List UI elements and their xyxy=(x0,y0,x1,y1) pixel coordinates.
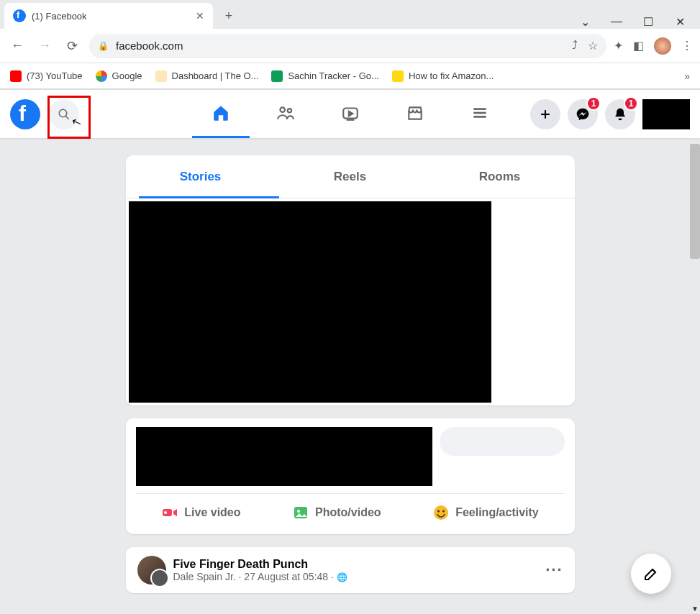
composer-input[interactable] xyxy=(440,427,565,456)
forward-button[interactable]: → xyxy=(35,36,55,56)
bookmarks-bar: (73) YouTube Google Dashboard | The O...… xyxy=(0,63,700,89)
notifications-button[interactable]: 1 xyxy=(605,99,635,129)
composer-avatar-area[interactable] xyxy=(136,427,432,486)
svg-point-12 xyxy=(164,511,167,514)
window-controls: ⌄ — ☐ ✕ xyxy=(578,9,700,29)
feed-post: Five Finger Death Punch Dale Spain Jr. ·… xyxy=(126,547,575,593)
facebook-logo[interactable] xyxy=(10,99,40,129)
smiley-icon xyxy=(432,504,450,521)
messenger-button[interactable]: 1 xyxy=(568,99,598,129)
camera-icon xyxy=(161,504,178,521)
messenger-badge: 1 xyxy=(586,96,601,111)
svg-point-2 xyxy=(280,107,285,112)
svg-point-14 xyxy=(297,510,300,513)
friends-icon xyxy=(276,104,295,122)
story-tabs: Stories Reels Rooms xyxy=(126,155,575,198)
feeling-activity-button[interactable]: Feeling/activity xyxy=(425,498,546,527)
extensions-icon[interactable]: ✦ xyxy=(614,39,623,52)
minimize-icon[interactable]: — xyxy=(609,15,624,29)
youtube-icon xyxy=(10,70,22,82)
lock-icon: 🔒 xyxy=(98,41,109,51)
stories-carousel[interactable] xyxy=(129,201,491,403)
google-icon xyxy=(96,70,107,82)
star-icon[interactable]: ☆ xyxy=(588,39,598,52)
post-menu-button[interactable]: ··· xyxy=(545,561,563,579)
facebook-header: 1 1 xyxy=(0,89,700,138)
new-tab-button[interactable]: + xyxy=(219,6,239,26)
friends-tab[interactable] xyxy=(257,90,314,138)
composer-card: Live video Photo/video Feeling/activity xyxy=(126,418,575,534)
header-right-controls: 1 1 xyxy=(530,99,690,129)
notifications-badge: 1 xyxy=(624,96,638,111)
account-button[interactable] xyxy=(642,99,690,129)
sheets-icon xyxy=(271,70,283,82)
marketplace-tab[interactable] xyxy=(386,90,444,138)
svg-point-15 xyxy=(434,505,448,520)
svg-rect-11 xyxy=(163,509,172,516)
reload-button[interactable]: ⟳ xyxy=(62,36,82,56)
post-meta: Dale Spain Jr. · 27 August at 05:48 · 🌐 xyxy=(173,571,347,582)
bookmark-amazon[interactable]: How to fix Amazon... xyxy=(392,70,494,82)
create-button[interactable] xyxy=(530,99,560,129)
main-nav-tabs xyxy=(192,90,509,138)
bookmarks-overflow-icon[interactable]: » xyxy=(684,70,690,82)
globe-icon: 🌐 xyxy=(337,572,347,582)
post-time: 27 August at 05:48 xyxy=(244,571,328,582)
home-icon xyxy=(212,104,230,122)
browser-toolbar: ← → ⟳ 🔒 facebook.com ⤴ ☆ ✦ ◧ ⋮ xyxy=(0,29,700,63)
svg-point-16 xyxy=(437,510,440,513)
back-button[interactable]: ← xyxy=(7,36,27,56)
post-page-name[interactable]: Five Finger Death Punch xyxy=(173,558,347,571)
bookmark-youtube[interactable]: (73) YouTube xyxy=(10,70,83,82)
amazon-icon xyxy=(392,70,404,82)
chevron-down-icon[interactable]: ⌄ xyxy=(578,15,592,29)
messenger-icon xyxy=(576,107,590,122)
edit-icon xyxy=(642,565,660,582)
bell-icon xyxy=(613,107,627,122)
browser-titlebar: (1) Facebook ✕ + ⌄ — ☐ ✕ xyxy=(0,0,700,29)
marketplace-icon xyxy=(406,104,424,122)
dashboard-icon xyxy=(155,70,167,82)
svg-point-17 xyxy=(442,510,445,513)
scroll-arrow-icon[interactable]: ▼ xyxy=(691,605,699,613)
bookmark-dashboard[interactable]: Dashboard | The O... xyxy=(155,70,259,82)
stories-card: Stories Reels Rooms xyxy=(126,155,575,405)
divider xyxy=(136,493,565,494)
compose-fab[interactable] xyxy=(631,554,671,594)
close-tab-icon[interactable]: ✕ xyxy=(196,10,204,22)
feed-content: Stories Reels Rooms Live video Photo/vid… xyxy=(0,138,700,614)
watch-tab[interactable] xyxy=(322,90,379,138)
address-bar[interactable]: 🔒 facebook.com ⤴ ☆ xyxy=(89,34,606,58)
plus-icon xyxy=(538,107,553,122)
close-window-icon[interactable]: ✕ xyxy=(673,15,687,29)
maximize-icon[interactable]: ☐ xyxy=(641,15,655,29)
menu-tab[interactable] xyxy=(451,90,509,138)
sidepanel-icon[interactable]: ◧ xyxy=(633,39,644,52)
browser-tab[interactable]: (1) Facebook ✕ xyxy=(4,3,213,29)
photo-icon xyxy=(292,504,309,521)
annotation-highlight xyxy=(47,96,91,139)
post-avatar[interactable] xyxy=(137,556,166,585)
post-author[interactable]: Dale Spain Jr. xyxy=(173,571,236,582)
live-video-button[interactable]: Live video xyxy=(154,498,247,527)
share-icon[interactable]: ⤴ xyxy=(572,39,578,52)
profile-avatar[interactable] xyxy=(654,37,671,55)
tab-title: (1) Facebook xyxy=(32,11,190,22)
bookmark-google[interactable]: Google xyxy=(96,70,142,82)
tab-rooms[interactable]: Rooms xyxy=(425,155,575,198)
url-text: facebook.com xyxy=(116,40,565,52)
photo-video-button[interactable]: Photo/video xyxy=(285,498,388,527)
svg-point-3 xyxy=(287,109,291,112)
scrollbar[interactable] xyxy=(690,144,700,259)
facebook-favicon xyxy=(13,9,26,22)
menu-icon[interactable]: ⋮ xyxy=(681,39,693,52)
hamburger-icon xyxy=(471,104,489,122)
bookmark-sheets[interactable]: Sachin Tracker - Go... xyxy=(271,70,378,82)
tab-stories[interactable]: Stories xyxy=(126,155,276,198)
watch-icon xyxy=(341,104,360,122)
home-tab[interactable] xyxy=(192,90,250,138)
tab-reels[interactable]: Reels xyxy=(276,155,425,198)
